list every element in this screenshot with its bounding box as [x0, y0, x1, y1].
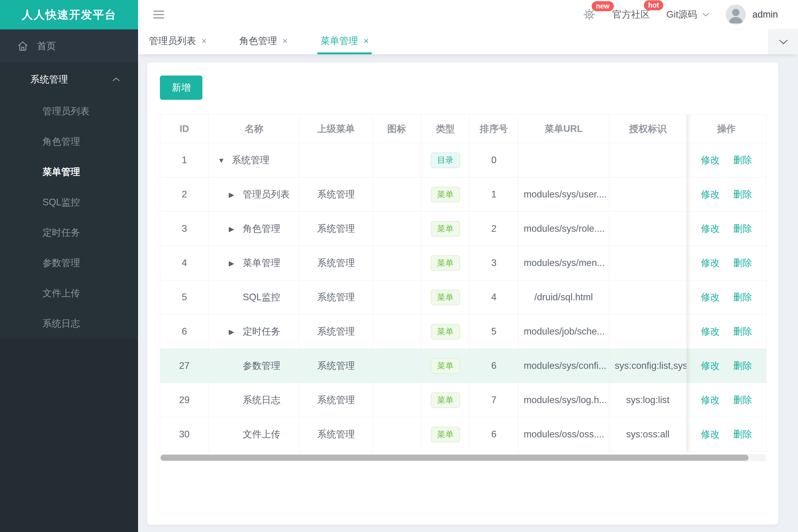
- add-button[interactable]: 新增: [160, 76, 202, 100]
- sidebar-group-system: 系统管理 管理员列表 角色管理 菜单管理 SQL监控 定时任务 参数管理 文件上…: [0, 63, 138, 339]
- cell-perms: sys:oss:all: [609, 417, 687, 452]
- cell-type: 菜单: [421, 315, 470, 349]
- cell-parent-menu: 系统管理: [300, 246, 373, 280]
- column-header-perms: 授权标识: [609, 115, 687, 143]
- cell-type: 菜单: [421, 280, 470, 315]
- delete-link[interactable]: 删除: [733, 223, 752, 234]
- column-header-order: 排序号: [470, 115, 518, 143]
- type-badge: 菜单: [431, 255, 460, 271]
- username: admin: [753, 9, 778, 20]
- sidebar-item-home[interactable]: 首页: [0, 30, 138, 63]
- sidebar-item-admin-list[interactable]: 管理员列表: [0, 96, 138, 127]
- cell-name: ▶管理员列表: [209, 177, 300, 212]
- cell-id: 2: [160, 177, 209, 212]
- settings-button[interactable]: new: [582, 8, 596, 21]
- cell-ops: 修改 删除: [687, 349, 766, 383]
- cell-perms: [609, 280, 687, 315]
- column-header-type: 类型: [421, 115, 470, 143]
- edit-link[interactable]: 修改: [701, 189, 720, 200]
- delete-link[interactable]: 删除: [733, 258, 752, 268]
- cell-perms: [609, 315, 687, 349]
- delete-link[interactable]: 删除: [733, 326, 752, 337]
- sidebar-item-config[interactable]: 参数管理: [0, 248, 138, 278]
- tree-expand-icon[interactable]: ▶: [229, 191, 243, 199]
- edit-link[interactable]: 修改: [701, 223, 720, 234]
- tabs-dropdown-button[interactable]: [768, 30, 798, 54]
- tab-close-icon[interactable]: ×: [282, 36, 287, 46]
- scrollbar-thumb[interactable]: [161, 455, 748, 461]
- user-menu[interactable]: admin: [726, 4, 778, 24]
- cell-name: ▶角色管理: [209, 212, 300, 246]
- tab-1[interactable]: 管理员列表 ×: [146, 30, 210, 54]
- delete-link[interactable]: 删除: [733, 395, 752, 405]
- sidebar-item-role[interactable]: 角色管理: [0, 127, 138, 157]
- menu-toggle-button[interactable]: [150, 5, 167, 24]
- cell-parent-menu: [300, 143, 373, 177]
- cell-name: ▶菜单管理: [209, 246, 300, 280]
- delete-link[interactable]: 删除: [733, 292, 752, 302]
- cell-perms: [609, 212, 687, 246]
- content-area: 新增 ID 名称 上级菜单 图标 类型 排: [138, 54, 798, 532]
- tab-close-icon[interactable]: ×: [202, 36, 207, 46]
- menu-name: 系统日志: [243, 395, 280, 405]
- tab-label: 菜单管理: [320, 35, 358, 47]
- new-badge: new: [592, 1, 614, 11]
- cell-icon: [373, 383, 421, 417]
- tab-bar: 管理员列表 × 角色管理 × 菜单管理 ×: [138, 30, 798, 54]
- menu-table: ID 名称 上级菜单 图标 类型 排序号 菜单URL 授权标识 操作 1 ▼: [160, 114, 766, 452]
- community-link[interactable]: 官方社区 hot: [612, 8, 650, 21]
- git-source-label: Git源码: [666, 8, 697, 21]
- tree-expand-icon[interactable]: ▼: [218, 156, 232, 165]
- app-logo: 人人快速开发平台: [0, 0, 138, 30]
- delete-link[interactable]: 删除: [733, 429, 752, 439]
- cell-order: 3: [470, 246, 518, 280]
- edit-link[interactable]: 修改: [701, 326, 720, 337]
- app-title: 人人快速开发平台: [22, 7, 116, 22]
- main-area: new 官方社区 hot Git源码: [138, 0, 798, 532]
- sidebar-item-log[interactable]: 系统日志: [0, 308, 138, 339]
- edit-link[interactable]: 修改: [701, 360, 720, 371]
- cell-order: 4: [470, 280, 518, 315]
- sidebar-item-upload[interactable]: 文件上传: [0, 278, 138, 308]
- tab-2[interactable]: 角色管理 ×: [236, 30, 291, 54]
- delete-link[interactable]: 删除: [733, 360, 752, 371]
- edit-link[interactable]: 修改: [701, 395, 720, 405]
- avatar[interactable]: [726, 4, 746, 24]
- cell-name: ▶定时任务: [209, 315, 300, 349]
- table-row: 2 ▶管理员列表 系统管理 菜单 1 modules/sys/user.... …: [160, 177, 766, 212]
- cell-id: 3: [160, 212, 209, 246]
- cell-id: 27: [160, 349, 209, 383]
- edit-link[interactable]: 修改: [701, 258, 720, 268]
- git-source-dropdown[interactable]: Git源码: [666, 8, 709, 21]
- tree-expand-icon[interactable]: ▶: [229, 225, 243, 233]
- tab-3[interactable]: 菜单管理 ×: [317, 30, 372, 54]
- cell-icon: [373, 143, 421, 177]
- tree-expand-icon[interactable]: ▶: [229, 259, 243, 267]
- cell-ops: 修改 删除: [687, 280, 766, 315]
- cell-menu-url: modules/oss/oss....: [518, 417, 609, 452]
- cell-id: 4: [160, 246, 209, 280]
- sidebar-item-label: 定时任务: [42, 227, 80, 238]
- delete-link[interactable]: 删除: [733, 189, 752, 200]
- edit-link[interactable]: 修改: [701, 292, 720, 302]
- type-badge: 菜单: [431, 187, 460, 202]
- sidebar-item-job[interactable]: 定时任务: [0, 217, 138, 248]
- sidebar-item-sql[interactable]: SQL监控: [0, 187, 138, 217]
- edit-link[interactable]: 修改: [701, 429, 720, 439]
- menu-name: 系统管理: [232, 155, 270, 165]
- tree-expand-icon[interactable]: ▶: [229, 328, 243, 336]
- delete-link[interactable]: 删除: [733, 155, 752, 165]
- tab-close-icon[interactable]: ×: [364, 36, 369, 46]
- table-row: 1 ▼系统管理 目录 0 修改 删除: [160, 143, 766, 177]
- cell-perms: sys:log:list: [609, 383, 687, 417]
- sidebar-item-label: 文件上传: [42, 288, 80, 299]
- sidebar-nav: 首页 系统管理 管理员列表 角色管理 菜单管理 SQL监控 定时任务 参数管理: [0, 30, 138, 339]
- cell-icon: [373, 177, 421, 212]
- home-icon: [17, 40, 29, 52]
- cell-order: 6: [470, 349, 518, 383]
- sidebar-group-header[interactable]: 系统管理: [0, 63, 138, 96]
- sidebar-item-menu[interactable]: 菜单管理: [0, 157, 138, 187]
- sidebar-item-label: 首页: [37, 40, 56, 53]
- edit-link[interactable]: 修改: [701, 155, 720, 165]
- chevron-down-icon: [702, 13, 709, 17]
